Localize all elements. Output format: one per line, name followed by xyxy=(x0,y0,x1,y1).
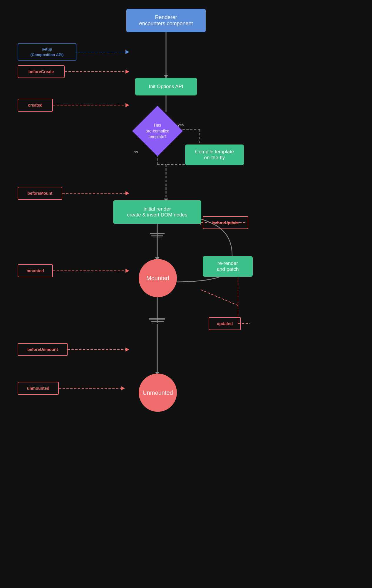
mounted-node: Mounted xyxy=(139,259,177,297)
before-mount-hook: beforeMount xyxy=(18,187,62,200)
has-template-node: Haspre-compiledtemplate? xyxy=(132,106,183,157)
mounted-circle-label: Mounted xyxy=(146,275,169,282)
unmounted-hook: unmounted xyxy=(18,382,59,395)
before-unmount-hook: beforeUnmount xyxy=(18,343,68,356)
initial-render-label: initial render create & insert DOM nodes xyxy=(127,206,187,218)
svg-marker-41 xyxy=(121,386,125,390)
before-update-label: beforeUpdate xyxy=(212,220,239,225)
compile-template-label: Compile template on-the-fly xyxy=(195,149,234,161)
renderer-node: Renderer encounters component xyxy=(126,9,206,32)
init-options-node: Init Options API xyxy=(135,78,197,95)
updated-label: updated xyxy=(217,321,233,326)
svg-line-37 xyxy=(200,289,238,305)
rerender-label: re-render and patch xyxy=(217,261,239,272)
rerender-node: re-render and patch xyxy=(203,256,253,277)
renderer-label: Renderer encounters component xyxy=(139,14,193,27)
before-unmount-label: beforeUnmount xyxy=(27,347,58,352)
before-mount-label: beforeMount xyxy=(28,191,53,196)
svg-marker-39 xyxy=(125,347,129,352)
svg-marker-32 xyxy=(125,269,129,273)
svg-marker-28 xyxy=(125,103,129,107)
initial-render-node: initial render create & insert DOM nodes xyxy=(113,200,201,224)
has-template-label: Haspre-compiledtemplate? xyxy=(146,122,170,140)
updated-hook: updated xyxy=(209,317,241,330)
no-label: no xyxy=(134,150,138,154)
before-create-hook: beforeCreate xyxy=(18,65,65,78)
before-create-label: beforeCreate xyxy=(29,69,54,74)
created-hook: created xyxy=(18,99,53,112)
before-update-hook: beforeUpdate xyxy=(203,216,248,229)
svg-marker-24 xyxy=(125,50,129,54)
svg-marker-30 xyxy=(125,191,129,195)
mounted-hook: mounted xyxy=(18,264,53,277)
svg-marker-26 xyxy=(125,70,129,74)
compile-template-node: Compile template on-the-fly xyxy=(185,145,244,165)
created-label: created xyxy=(28,103,43,107)
mounted-label: mounted xyxy=(26,268,44,273)
init-options-label: Init Options API xyxy=(149,84,183,90)
unmounted-hook-label: unmounted xyxy=(27,386,49,391)
setup-hook: setup (Composition API) xyxy=(18,43,76,61)
yes-label: yes xyxy=(178,123,184,127)
setup-label: setup (Composition API) xyxy=(31,46,64,58)
unmounted-node: Unmounted xyxy=(139,374,177,412)
lifecycle-diagram: Renderer encounters component setup (Com… xyxy=(0,0,372,588)
unmounted-circle-label: Unmounted xyxy=(143,389,173,396)
